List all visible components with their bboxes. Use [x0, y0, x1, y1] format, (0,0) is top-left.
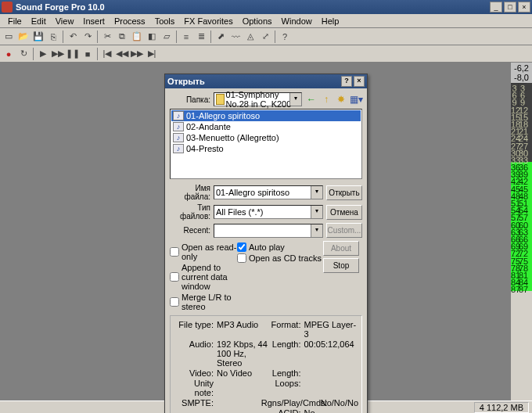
- menu-fx-favorites[interactable]: FX Favorites: [179, 15, 237, 27]
- about-button[interactable]: About: [323, 241, 359, 256]
- recent-label: Recent:: [170, 226, 210, 235]
- tool-2[interactable]: ≣: [194, 30, 208, 44]
- stop-button[interactable]: ■: [81, 47, 95, 61]
- minimize-button[interactable]: _: [490, 2, 502, 13]
- meter-row: 7272: [511, 248, 532, 255]
- new-button[interactable]: ▭: [2, 30, 16, 44]
- folder-label: Папка:: [170, 95, 210, 104]
- meter-row: 6363: [511, 227, 532, 234]
- loop-button[interactable]: ↻: [16, 47, 31, 61]
- mix-button[interactable]: ◧: [145, 30, 159, 44]
- play-button[interactable]: ▶: [36, 47, 50, 61]
- rewind-button[interactable]: ◀◀: [115, 47, 129, 61]
- pause-button[interactable]: ❚❚: [66, 47, 80, 61]
- menu-file[interactable]: File: [3, 15, 27, 27]
- tool-4[interactable]: 〰: [228, 30, 243, 44]
- menu-options[interactable]: Options: [238, 15, 277, 27]
- go-end-button[interactable]: ▶|: [145, 47, 159, 61]
- file-item[interactable]: ♪02-Andante: [171, 121, 361, 132]
- menu-view[interactable]: View: [51, 15, 79, 27]
- close-button[interactable]: ×: [518, 2, 530, 13]
- menu-edit[interactable]: Edit: [27, 15, 51, 27]
- help-button[interactable]: ?: [278, 30, 292, 44]
- meter-row: 33: [511, 83, 532, 90]
- chevron-down-icon[interactable]: ▾: [311, 186, 322, 199]
- filetype-combo[interactable]: All Files (*.*) ▾: [214, 205, 323, 219]
- custom-button[interactable]: Custom...: [326, 223, 362, 238]
- nav-up-icon[interactable]: ↑: [320, 93, 332, 106]
- play-all-button[interactable]: ▶▶: [51, 47, 65, 61]
- stop-playback-button[interactable]: Stop: [323, 258, 359, 273]
- filename-input[interactable]: 01-Allegro spiritoso ▾: [214, 185, 323, 199]
- file-item[interactable]: ♪03-Menuetto (Allegretto): [171, 132, 361, 143]
- paste-button[interactable]: 📋: [130, 30, 144, 44]
- record-button[interactable]: ●: [2, 47, 16, 61]
- meter-row: 66: [511, 90, 532, 97]
- tool-5[interactable]: ◬: [243, 30, 257, 44]
- chevron-down-icon[interactable]: ▾: [311, 224, 322, 237]
- trim-button[interactable]: ▱: [160, 30, 174, 44]
- autoplay-checkbox[interactable]: [237, 242, 246, 252]
- meter-row: 5454: [511, 205, 532, 212]
- save-as-button[interactable]: ⎘: [46, 30, 60, 44]
- meter-row: 7575: [511, 256, 532, 263]
- view-menu-icon[interactable]: ▦▾: [350, 93, 362, 106]
- cut-button[interactable]: ✂: [100, 30, 114, 44]
- meter-row: 8484: [511, 277, 532, 284]
- cdtracks-checkbox[interactable]: [237, 253, 246, 263]
- audio-file-icon: ♪: [173, 133, 184, 142]
- open-confirm-button[interactable]: Открыть: [326, 185, 362, 200]
- forward-button[interactable]: ▶▶: [130, 47, 144, 61]
- append-checkbox[interactable]: [170, 272, 179, 282]
- file-list[interactable]: ♪01-Allegro spiritoso♪02-Andante♪03-Menu…: [170, 109, 362, 179]
- meter-row: 2121: [511, 126, 532, 133]
- open-dialog: Открыть ? × Папка: 01-Symphony No.28 in …: [164, 74, 368, 413]
- chevron-down-icon[interactable]: ▾: [311, 206, 322, 218]
- dialog-titlebar[interactable]: Открыть ? ×: [165, 74, 367, 88]
- meter-row: 6060: [511, 220, 532, 227]
- merge-checkbox[interactable]: [170, 297, 179, 307]
- folder-combo[interactable]: 01-Symphony No.28 in C, K200 ▾: [214, 92, 302, 106]
- meter-row: 3333: [511, 155, 532, 162]
- chevron-down-icon[interactable]: ▾: [289, 93, 301, 106]
- file-item[interactable]: ♪04-Presto: [171, 143, 361, 154]
- meter-row: 3939: [511, 169, 532, 176]
- tool-3[interactable]: ⬈: [214, 30, 228, 44]
- dialog-help-button[interactable]: ?: [341, 76, 352, 87]
- menu-insert[interactable]: Insert: [78, 15, 110, 27]
- meter-row: 6666: [511, 234, 532, 241]
- meter-header: -6,2 -8,0: [511, 63, 532, 83]
- menu-tools[interactable]: Tools: [150, 15, 180, 27]
- recent-combo[interactable]: ▾: [214, 224, 323, 238]
- menu-help[interactable]: Help: [317, 15, 344, 27]
- meter-row: 5151: [511, 198, 532, 205]
- new-folder-icon[interactable]: ✸: [335, 93, 347, 106]
- tool-1[interactable]: ≡: [179, 30, 193, 44]
- file-info-panel: File type:MP3 AudioFormat:MPEG Layer-3 A…: [170, 315, 362, 413]
- go-start-button[interactable]: |◀: [100, 47, 114, 61]
- cancel-button[interactable]: Отмена: [326, 205, 362, 220]
- filetype-label: Тип файлов:: [170, 203, 210, 221]
- nav-back-icon[interactable]: ←: [305, 93, 318, 106]
- menu-process[interactable]: Process: [110, 15, 150, 27]
- meter-row: 5757: [511, 212, 532, 219]
- meter-row: 1212: [511, 105, 532, 112]
- meter-row: 4848: [511, 191, 532, 198]
- file-item[interactable]: ♪01-Allegro spiritoso: [171, 110, 361, 121]
- dialog-close-button[interactable]: ×: [354, 76, 365, 87]
- tool-6[interactable]: ⤢: [258, 30, 272, 44]
- redo-button[interactable]: ↷: [81, 30, 95, 44]
- meter-row: 3636: [511, 162, 532, 169]
- titlebar: Sound Forge Pro 10.0 _ □ ×: [0, 0, 532, 14]
- save-button[interactable]: 💾: [31, 30, 45, 44]
- menu-window[interactable]: Window: [277, 15, 317, 27]
- copy-button[interactable]: ⧉: [115, 30, 129, 44]
- readonly-checkbox[interactable]: [170, 247, 179, 257]
- undo-button[interactable]: ↶: [66, 30, 80, 44]
- folder-icon: [216, 94, 225, 105]
- dialog-title: Открыть: [167, 77, 340, 86]
- meter-row: 4242: [511, 176, 532, 183]
- maximize-button[interactable]: □: [504, 2, 516, 13]
- audio-file-icon: ♪: [173, 122, 184, 131]
- open-button[interactable]: 📂: [16, 30, 31, 44]
